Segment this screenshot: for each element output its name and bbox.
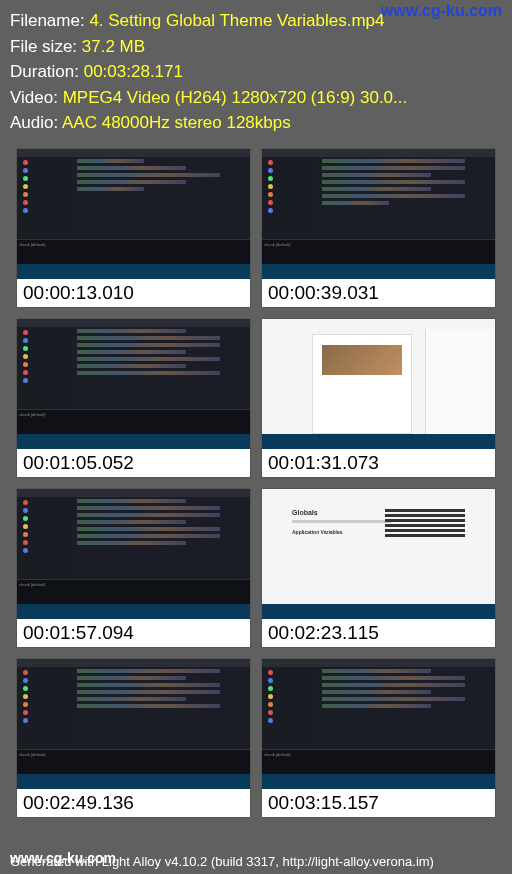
thumbnail-image: chunk {default} (17, 659, 250, 789)
audio-label: Audio: (10, 113, 62, 132)
thumbnail-image: chunk {default} (262, 659, 495, 789)
thumbnail-timestamp: 00:01:57.094 (17, 619, 250, 647)
video-label: Video: (10, 88, 63, 107)
audio-row: Audio: AAC 48000Hz stereo 128kbps (10, 110, 502, 136)
watermark-bottom: www.cg-ku.com (10, 850, 116, 866)
filesize-value: 37.2 MB (82, 37, 145, 56)
thumbnail[interactable]: chunk {default} 00:01:05.052 (16, 318, 251, 478)
file-info-header: Filename: 4. Setting Global Theme Variab… (0, 0, 512, 140)
thumbnail-image: Globals Application Variables (262, 489, 495, 619)
thumbnail[interactable]: 00:01:31.073 (261, 318, 496, 478)
thumbnail[interactable]: chunk {default} 00:00:13.010 (16, 148, 251, 308)
thumbnail-timestamp: 00:01:05.052 (17, 449, 250, 477)
thumbnail-image: chunk {default} (17, 149, 250, 279)
thumbnail-image: chunk {default} (17, 319, 250, 449)
thumbnail[interactable]: chunk {default} 00:02:49.136 (16, 658, 251, 818)
video-value: MPEG4 Video (H264) 1280x720 (16:9) 30.0.… (63, 88, 408, 107)
thumbnail[interactable]: chunk {default} 00:00:39.031 (261, 148, 496, 308)
thumbnail-image (262, 319, 495, 449)
duration-value: 00:03:28.171 (84, 62, 183, 81)
thumbnail-image: chunk {default} (17, 489, 250, 619)
thumbnail[interactable]: chunk {default} 00:03:15.157 (261, 658, 496, 818)
thumbnail-timestamp: 00:02:49.136 (17, 789, 250, 817)
video-row: Video: MPEG4 Video (H264) 1280x720 (16:9… (10, 85, 502, 111)
thumbnail-grid: chunk {default} 00:00:13.010 chunk {defa… (0, 140, 512, 826)
filesize-row: File size: 37.2 MB (10, 34, 502, 60)
thumbnail-timestamp: 00:03:15.157 (262, 789, 495, 817)
filename-value: 4. Setting Global Theme Variables.mp4 (89, 11, 384, 30)
duration-row: Duration: 00:03:28.171 (10, 59, 502, 85)
thumbnail-timestamp: 00:01:31.073 (262, 449, 495, 477)
thumbnail-image: chunk {default} (262, 149, 495, 279)
watermark-top: www.cg-ku.com (381, 2, 502, 20)
thumbnail-timestamp: 00:02:23.115 (262, 619, 495, 647)
audio-value: AAC 48000Hz stereo 128kbps (62, 113, 291, 132)
thumbnail[interactable]: Globals Application Variables 00:02:23.1… (261, 488, 496, 648)
duration-label: Duration: (10, 62, 84, 81)
thumbnail-timestamp: 00:00:13.010 (17, 279, 250, 307)
filename-label: Filename: (10, 11, 89, 30)
filesize-label: File size: (10, 37, 82, 56)
thumbnail[interactable]: chunk {default} 00:01:57.094 (16, 488, 251, 648)
thumbnail-timestamp: 00:00:39.031 (262, 279, 495, 307)
